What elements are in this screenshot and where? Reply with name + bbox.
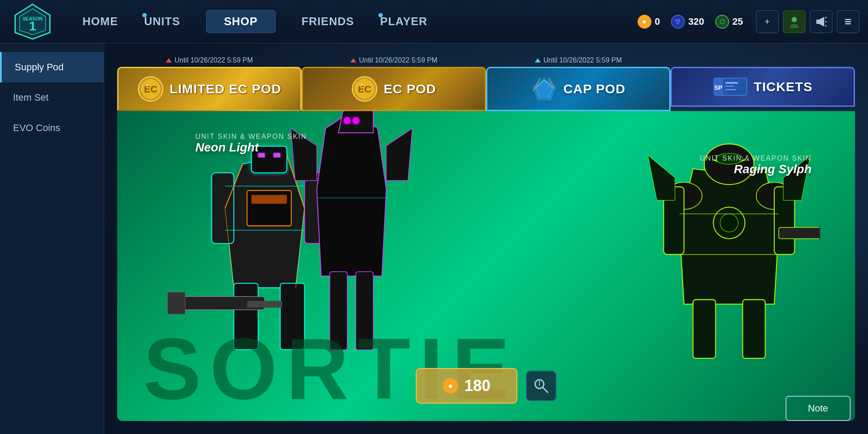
vip-currency: ▽ 320 — [671, 15, 704, 29]
svg-marker-53 — [317, 111, 386, 276]
price-value: 180 — [464, 377, 490, 395]
currency-display: ● 0 ▽ 320 ⬡ 25 — [638, 15, 743, 29]
evo-currency: ⬡ 25 — [715, 15, 743, 29]
svg-line-8 — [825, 17, 827, 18]
sidebar: Supply Pod Item Set EVO Coins — [0, 43, 104, 434]
nav-home[interactable]: Home — [82, 15, 118, 28]
add-button[interactable]: + — [756, 10, 779, 33]
svg-point-4 — [792, 17, 797, 22]
top-action-icons: + ≡ — [756, 10, 859, 33]
svg-rect-47 — [168, 292, 185, 314]
menu-button[interactable]: ≡ — [837, 10, 859, 33]
svg-rect-74 — [819, 225, 820, 241]
tab-limited-ec-pod-label: Limited EC Pod — [170, 82, 281, 96]
svg-rect-30 — [725, 82, 738, 84]
svg-rect-75 — [693, 299, 716, 358]
expiry-triangle-icon-3 — [535, 58, 541, 62]
svg-line-10 — [825, 25, 827, 26]
nav-units[interactable]: Units — [144, 15, 180, 28]
tab-limited-ec-pod[interactable]: Until 10/26/2022 5:59 PM EC Limited EC P… — [117, 56, 302, 111]
banner-bottom-controls: ● 180 — [416, 368, 556, 404]
svg-text:1: 1 — [29, 19, 36, 33]
evo-amount: 25 — [733, 16, 743, 27]
svg-point-56 — [344, 117, 351, 124]
svg-rect-32 — [725, 89, 736, 90]
profile-icon-btn[interactable] — [783, 10, 806, 33]
info-search-icon — [533, 377, 550, 395]
nav-units-dot — [142, 13, 147, 17]
nav-player-dot — [378, 13, 383, 17]
tab-cap-pod-expiry: Until 10/26/2022 5:59 PM — [486, 56, 671, 64]
vip-icon: ▽ — [671, 15, 685, 29]
banner-label-left: UNIT SKIN & WEAPON SKIN Neon Light — [195, 133, 307, 155]
top-navigation-bar: SEASON 1 Home Units Shop Friends Player … — [0, 0, 868, 43]
banner-label-left-big: Neon Light — [195, 141, 307, 155]
expiry-triangle-icon — [166, 58, 172, 62]
expiry-triangle-icon-2 — [350, 58, 356, 62]
svg-marker-59 — [386, 128, 412, 181]
tab-cap-pod[interactable]: Until 10/26/2022 5:59 PM — [486, 56, 671, 111]
banner-label-left-small: UNIT SKIN & WEAPON SKIN — [195, 133, 307, 141]
note-button[interactable]: Note — [786, 396, 851, 421]
tab-ec-pod-label: EC Pod — [384, 82, 436, 96]
sidebar-item-evo-coins[interactable]: EVO Coins — [0, 113, 104, 143]
vip-amount: 320 — [688, 16, 704, 27]
tab-tickets[interactable]: placeholder SP Tickets — [671, 56, 855, 111]
svg-rect-40 — [212, 173, 234, 243]
tab-cap-pod-button[interactable]: CAP Pod — [486, 67, 671, 111]
main-area: Supply Pod Item Set EVO Coins Until 10/2… — [0, 43, 868, 434]
ec-coin-icon-1: EC — [138, 76, 164, 102]
svg-point-57 — [352, 117, 359, 124]
sidebar-item-item-set[interactable]: Item Set — [0, 82, 104, 113]
nav-shop[interactable]: Shop — [206, 10, 276, 33]
tab-ec-pod[interactable]: Until 10/26/2022 5:59 PM EC EC Pod — [302, 56, 486, 111]
pod-tabs: Until 10/26/2022 5:59 PM EC Limited EC P… — [117, 56, 855, 111]
cap-diamond-icon — [531, 76, 557, 102]
coin-currency: ● 0 — [638, 15, 660, 29]
banner-label-right-small: UNIT SKIN & WEAPON SKIN — [700, 155, 812, 162]
nav-friends[interactable]: Friends — [302, 15, 354, 28]
svg-line-82 — [542, 387, 548, 392]
tab-ec-pod-button[interactable]: EC EC Pod — [302, 67, 486, 111]
svg-rect-73 — [779, 227, 820, 239]
banner-label-right: UNIT SKIN & WEAPON SKIN Raging Sylph — [700, 155, 812, 176]
coin-icon: ● — [638, 15, 651, 29]
svg-marker-7 — [819, 17, 824, 26]
tickets-icon: SP — [713, 76, 748, 98]
tab-tickets-button[interactable]: SP Tickets — [671, 67, 855, 107]
sidebar-item-supply-pod[interactable]: Supply Pod — [0, 52, 104, 82]
nav-player[interactable]: Player — [380, 15, 427, 28]
evo-icon: ⬡ — [715, 15, 729, 29]
main-content: Until 10/26/2022 5:59 PM EC Limited EC P… — [104, 43, 868, 434]
ec-coin-icon-2: EC — [352, 76, 378, 102]
tab-ec-pod-expiry: Until 10/26/2022 5:59 PM — [302, 56, 486, 64]
price-button[interactable]: ● 180 — [416, 368, 517, 404]
price-coin-icon: ● — [443, 378, 458, 394]
svg-rect-6 — [816, 20, 819, 24]
tab-cap-pod-label: CAP Pod — [563, 82, 625, 96]
coin-amount: 0 — [655, 16, 660, 27]
svg-point-5 — [790, 24, 799, 28]
top-right-area: ● 0 ▽ 320 ⬡ 25 + — [638, 10, 859, 33]
tab-tickets-label: Tickets — [754, 79, 812, 94]
banner-label-right-big: Raging Sylph — [700, 162, 812, 176]
logo: SEASON 1 — [9, 2, 56, 41]
svg-rect-31 — [725, 85, 734, 87]
svg-marker-79 — [648, 155, 675, 201]
info-button[interactable] — [526, 371, 556, 401]
audio-button[interactable] — [810, 10, 832, 33]
svg-rect-76 — [743, 299, 765, 358]
svg-text:SP: SP — [714, 84, 722, 91]
svg-point-70 — [720, 214, 738, 232]
main-navigation: Home Units Shop Friends Player — [82, 10, 427, 33]
svg-point-84 — [539, 381, 540, 382]
tab-limited-ec-pod-button[interactable]: EC Limited EC Pod — [117, 67, 302, 111]
banner-area: SORTIE UNIT SKIN & WEAPON SKIN Neon Ligh… — [117, 111, 855, 421]
tab-limited-ec-pod-expiry: Until 10/26/2022 5:59 PM — [117, 56, 302, 64]
